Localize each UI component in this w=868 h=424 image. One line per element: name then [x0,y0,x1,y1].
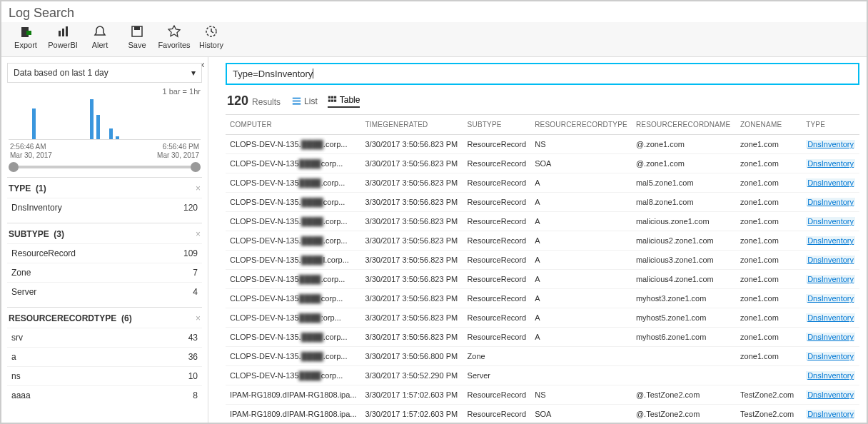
cell-rrn: mal8.zone1.com [632,193,736,212]
table-row[interactable]: CLOPS-DEV-N-135.████corp...3/30/2017 3:5… [226,193,859,212]
type-link[interactable]: DnsInventory [806,352,855,360]
type-link[interactable]: DnsInventory [806,159,855,168]
cell-time: 3/30/2017 3:50:56.800 PM [361,347,463,366]
type-link[interactable]: DnsInventory [806,236,855,245]
search-query-box[interactable]: Type=DnsInventory [226,63,859,85]
view-toggle-table[interactable]: Table [328,95,360,108]
cell-time: 3/30/2017 3:50:56.823 PM [361,154,463,173]
table-row[interactable]: CLOPS-DEV-N-135.████.corp...3/30/2017 3:… [226,231,859,251]
cell-type: DnsInventory [802,385,859,405]
type-link[interactable]: DnsInventory [806,390,855,399]
column-header[interactable]: RESOURCERECORDTYPE [530,115,632,135]
favorites-button[interactable]: Favorites [157,25,191,49]
time-range-dropdown[interactable]: Data based on last 1 day ▾ [7,63,202,83]
facet-label: Server [11,287,36,297]
cell-rrt [530,366,632,385]
cell-rrn: myhost5.zone1.com [632,308,736,328]
axis-label-right: 6:56:46 PM Mar 30, 2017 [157,143,199,160]
facet-row[interactable]: a36 [7,347,202,366]
facet-count: 120 [183,203,198,213]
type-link[interactable]: DnsInventory [806,198,855,206]
collapse-sidebar-chevron-icon[interactable]: ‹ [201,59,205,70]
type-link[interactable]: DnsInventory [806,313,855,322]
facet-section: SUBTYPE (3)×ResourceRecord109Zone7Server… [7,223,202,301]
cell-rrn: malicious.zone1.com [632,212,736,231]
histogram-bar[interactable] [32,108,36,139]
facet-row[interactable]: srv43 [7,328,202,347]
table-row[interactable]: IPAM-RG1809.dIPAM-RG1808.ipa...3/30/2017… [226,405,859,423]
powerbi-button[interactable]: PowerBI [46,25,80,49]
export-button[interactable]: Export [9,25,43,49]
table-row[interactable]: CLOPS-DEV-N-135████corp...3/30/2017 3:50… [226,154,859,173]
export-icon [19,25,32,38]
column-header[interactable]: TYPE [802,115,859,135]
table-row[interactable]: CLOPS-DEV-N-135████.corp...3/30/2017 3:5… [226,173,859,193]
cell-time: 3/30/2017 3:50:56.823 PM [361,173,463,193]
alert-button[interactable]: Alert [83,25,117,49]
histogram-bar[interactable] [96,115,100,139]
table-row[interactable]: CLOPS-DEV-N-135.████.corp...3/30/2017 3:… [226,135,859,154]
table-row[interactable]: CLOPS-DEV-N-135████.corp...3/30/2017 3:5… [226,270,859,289]
time-range-slider[interactable] [9,166,201,168]
results-table: COMPUTERTIMEGENERATEDSUBTYPERESOURCERECO… [226,115,859,423]
histogram-bar[interactable] [90,99,94,139]
table-row[interactable]: CLOPS-DEV-N-135.████.corp...3/30/2017 3:… [226,212,859,231]
table-row[interactable]: CLOPS-DEV-N-135████corp...3/30/2017 3:50… [226,366,859,385]
type-link[interactable]: DnsInventory [806,140,855,148]
cell-subtype: ResourceRecord [463,231,531,251]
cell-time: 3/30/2017 3:50:56.823 PM [361,308,463,328]
toolbar-label: PowerBI [48,41,78,49]
cell-type: DnsInventory [802,173,859,193]
facet-row[interactable]: aaaa8 [7,385,202,405]
facet-row[interactable]: ResourceRecord109 [7,243,202,263]
table-row[interactable]: CLOPS-DEV-N-135.████.corp...3/30/2017 3:… [226,347,859,366]
save-button[interactable]: Save [120,25,154,49]
column-header[interactable]: SUBTYPE [463,115,531,135]
table-row[interactable]: CLOPS-DEV-N-135████corp...3/30/2017 3:50… [226,289,859,308]
facet-row[interactable]: ns10 [7,366,202,385]
cell-zone [736,366,802,385]
cell-subtype: ResourceRecord [463,328,531,347]
cell-rrn: @.zone1.com [632,154,736,173]
cell-rrn: @.TestZone2.com [632,405,736,423]
cell-rrt: NS [530,385,632,405]
facet-row[interactable]: Server4 [7,282,202,301]
cell-computer: CLOPS-DEV-N-135████:orp... [226,308,361,328]
table-row[interactable]: CLOPS-DEV-N-135████:orp...3/30/2017 3:50… [226,308,859,328]
histogram-chart[interactable] [9,96,201,140]
column-header[interactable]: RESOURCERECORDNAME [632,115,736,135]
type-link[interactable]: DnsInventory [806,333,855,341]
type-link[interactable]: DnsInventory [806,275,855,283]
histogram-bar[interactable] [116,136,119,139]
type-link[interactable]: DnsInventory [806,217,855,226]
type-link[interactable]: DnsInventory [806,256,855,264]
cell-rrt: A [530,231,632,251]
facet-count: 43 [188,333,198,343]
table-row[interactable]: CLOPS-DEV-N-135.████l.corp...3/30/2017 3… [226,251,859,270]
cell-rrn: myhost3.zone1.com [632,289,736,308]
table-row[interactable]: IPAM-RG1809.dIPAM-RG1808.ipa...3/30/2017… [226,385,859,405]
results-table-wrap[interactable]: COMPUTERTIMEGENERATEDSUBTYPERESOURCERECO… [226,114,859,423]
facet-header: RESOURCERECORDTYPE (6)× [7,313,202,328]
type-link[interactable]: DnsInventory [806,178,855,187]
view-toggle-list[interactable]: List [292,95,318,108]
type-link[interactable]: DnsInventory [806,371,855,380]
column-header[interactable]: ZONENAME [736,115,802,135]
column-header[interactable]: COMPUTER [226,115,361,135]
type-link[interactable]: DnsInventory [806,410,855,418]
cell-zone: TestZone2.com [736,405,802,423]
cell-subtype: ResourceRecord [463,135,531,154]
cell-time: 3/30/2017 1:57:02.603 PM [361,385,463,405]
table-row[interactable]: CLOPS-DEV-N-135.████.corp...3/30/2017 3:… [226,328,859,347]
close-icon[interactable]: × [196,313,201,323]
close-icon[interactable]: × [196,183,201,193]
histogram-bar[interactable] [109,128,113,139]
history-button[interactable]: History [194,25,228,49]
facet-row[interactable]: DnsInventory120 [7,198,202,217]
column-header[interactable]: TIMEGENERATED [361,115,463,135]
facet-row[interactable]: Zone7 [7,263,202,282]
type-link[interactable]: DnsInventory [806,294,855,303]
cell-computer: CLOPS-DEV-N-135.████corp... [226,193,361,212]
cell-time: 3/30/2017 3:50:56.823 PM [361,193,463,212]
close-icon[interactable]: × [196,229,201,239]
